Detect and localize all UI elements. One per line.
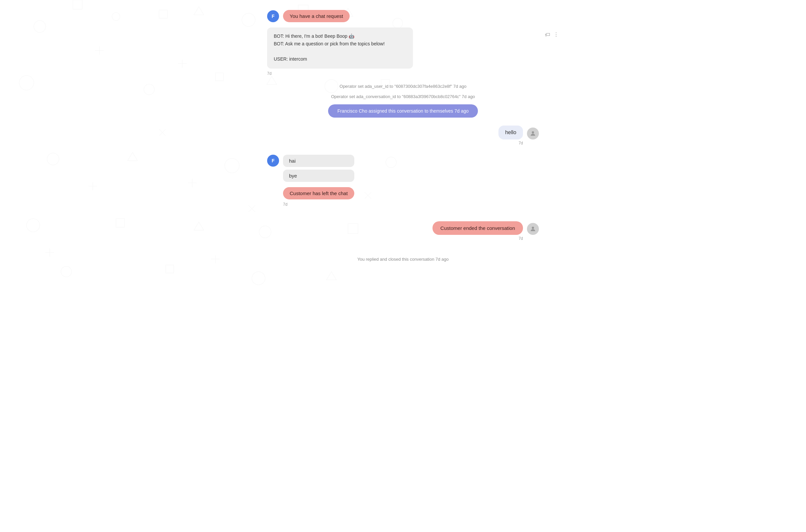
tag-icon[interactable]: 🏷	[545, 32, 550, 38]
svg-point-43	[61, 266, 72, 277]
bot-timestamp: 7d	[267, 71, 539, 76]
chat-request-row: F You have a chat request	[267, 10, 539, 22]
svg-point-23	[47, 153, 59, 165]
bot-line3	[274, 48, 406, 55]
bot-line1: BOT: Hi there, I'm a bot! Beep Boop 🤖	[274, 33, 406, 40]
closed-message: You replied and closed this conversation…	[267, 257, 539, 262]
svg-point-4	[242, 13, 255, 26]
customer-left-status: Customer has left the chat	[283, 187, 354, 200]
svg-point-1	[112, 13, 120, 21]
bot-line4: USER: intercom	[274, 56, 406, 63]
svg-point-8	[19, 76, 34, 90]
customer-ended-bubble: Customer ended the conversation	[432, 221, 523, 235]
bot-line2: BOT: Ask me a question or pick from the …	[274, 40, 406, 48]
svg-point-25	[225, 158, 239, 173]
user-avatar-ended	[527, 223, 539, 235]
bot-message-actions: 🏷 ⋮	[545, 32, 559, 38]
assignment-bubble: Francisco Cho assigned this conversation…	[328, 104, 478, 118]
svg-line-37	[159, 129, 166, 136]
user-avatar-hello	[527, 128, 539, 139]
agent-avatar: F	[267, 10, 279, 22]
svg-point-51	[532, 131, 534, 133]
svg-line-38	[159, 129, 166, 136]
hello-timestamp: 7d	[267, 141, 523, 146]
more-icon[interactable]: ⋮	[554, 32, 559, 38]
chat-request-bubble: You have a chat request	[283, 10, 350, 22]
svg-marker-34	[194, 222, 204, 230]
svg-rect-9	[73, 0, 82, 9]
customer-ended-row: Customer ended the conversation	[267, 221, 539, 235]
svg-rect-11	[215, 73, 223, 81]
svg-rect-44	[166, 265, 174, 273]
assignment-row: Francisco Cho assigned this conversation…	[267, 104, 539, 118]
hai-bubble: hai	[283, 155, 354, 167]
bye-bubble: bye	[283, 170, 354, 182]
hello-bubble: hello	[499, 126, 523, 139]
customer-left-bubble: Customer has left the chat	[283, 187, 354, 200]
svg-rect-33	[116, 218, 125, 227]
agent-messages-stack: hai bye Customer has left the chat	[283, 155, 354, 200]
agent-msg-row: F hai bye Customer has left the chat	[267, 155, 539, 200]
svg-point-0	[34, 21, 46, 33]
system-msg-2: Operator set ada_conversation_id to "608…	[267, 94, 539, 99]
customer-ended-timestamp: 7d	[267, 236, 523, 241]
svg-point-52	[532, 227, 534, 229]
agent-avatar-2: F	[267, 155, 279, 167]
chat-container: F You have a chat request BOT: Hi there,…	[254, 0, 552, 282]
svg-point-10	[144, 84, 154, 95]
agent-timestamp: 7d	[283, 202, 539, 207]
svg-marker-24	[128, 152, 137, 161]
svg-point-32	[26, 218, 40, 232]
hello-msg-row: hello	[267, 126, 539, 139]
system-msg-1: Operator set ada_user_id to "6087300dc30…	[267, 84, 539, 89]
svg-marker-3	[194, 7, 204, 15]
bot-message-block: BOT: Hi there, I'm a bot! Beep Boop 🤖 BO…	[267, 27, 413, 69]
svg-rect-2	[159, 10, 167, 18]
